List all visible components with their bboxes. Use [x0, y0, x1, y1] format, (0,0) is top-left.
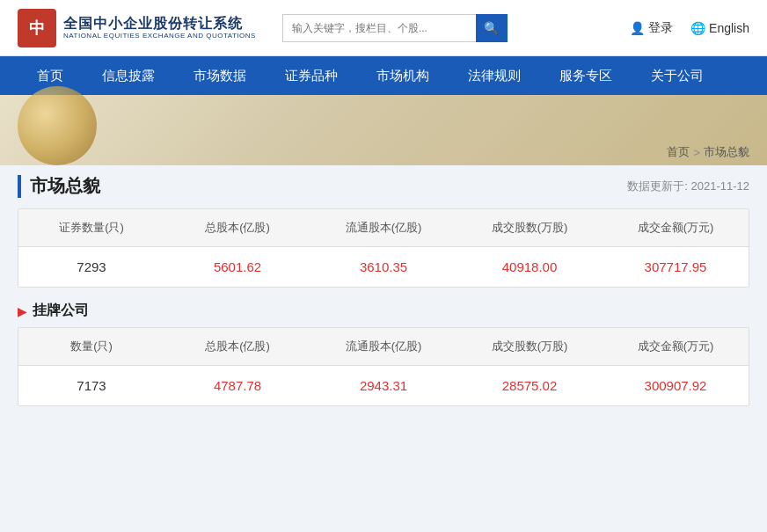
title-bar-decoration	[18, 175, 21, 198]
breadcrumb-current: 市场总貌	[704, 144, 749, 160]
page-title-row: 市场总貌 数据更新于: 2021-11-12	[18, 174, 749, 198]
language-label: English	[709, 21, 749, 35]
nav-item-about[interactable]: 关于公司	[632, 56, 723, 95]
banner: 首页 > 市场总貌	[0, 95, 767, 165]
globe-icon: 🌐	[690, 21, 705, 35]
user-icon: 👤	[630, 21, 645, 35]
col-header-3: 成交股数(万股)	[457, 209, 603, 246]
login-label: 登录	[648, 20, 673, 36]
col-header-1: 总股本(亿股)	[164, 209, 310, 246]
summary-cell-4: 307717.95	[603, 247, 749, 287]
col-header-4: 成交金额(万元)	[603, 209, 749, 246]
breadcrumb-home[interactable]: 首页	[667, 144, 690, 160]
listed-cell-3: 28575.02	[457, 366, 603, 405]
logo-en-text: NATIONAL EQUITIES EXCHANGE AND QUOTATION…	[63, 32, 256, 40]
nav-item-securities[interactable]: 证券品种	[266, 56, 357, 95]
section-arrow-icon: ▶	[18, 304, 27, 318]
navbar: 首页 信息披露 市场数据 证券品种 市场机构 法律规则 服务专区 关于公司	[0, 56, 767, 95]
listed-cell-2: 2943.31	[310, 366, 457, 405]
summary-table-row: 7293 5601.62 3610.35 40918.00 307717.95	[18, 247, 749, 287]
nav-item-institutions[interactable]: 市场机构	[357, 56, 449, 95]
listed-table-row: 7173 4787.78 2943.31 28575.02 300907.92	[18, 366, 749, 405]
breadcrumb: 首页 > 市场总貌	[649, 139, 767, 165]
listed-cell-0: 7173	[18, 366, 164, 405]
listed-table-header: 数量(只) 总股本(亿股) 流通股本(亿股) 成交股数(万股) 成交金额(万元)	[18, 328, 749, 366]
search-input[interactable]	[282, 14, 476, 42]
login-link[interactable]: 👤 登录	[630, 20, 673, 36]
page-title: 市场总貌	[30, 174, 100, 198]
listed-col-header-2: 流通股本(亿股)	[310, 328, 457, 365]
nav-item-market-data[interactable]: 市场数据	[174, 56, 266, 95]
listed-col-header-3: 成交股数(万股)	[457, 328, 603, 365]
nav-item-services[interactable]: 服务专区	[540, 56, 632, 95]
search-area: 🔍	[282, 14, 529, 42]
summary-table: 证券数量(只) 总股本(亿股) 流通股本(亿股) 成交股数(万股) 成交金额(万…	[18, 208, 749, 288]
listed-cell-1: 4787.78	[164, 366, 310, 405]
col-header-0: 证券数量(只)	[18, 209, 164, 246]
summary-cell-3: 40918.00	[457, 247, 603, 287]
header-right: 👤 登录 🌐 English	[630, 20, 749, 36]
listed-company-table: 数量(只) 总股本(亿股) 流通股本(亿股) 成交股数(万股) 成交金额(万元)…	[18, 327, 749, 406]
listed-col-header-4: 成交金额(万元)	[603, 328, 749, 365]
logo-cn-text: 全国中小企业股份转让系统	[63, 15, 256, 32]
summary-cell-0: 7293	[18, 247, 164, 287]
logo: 中 全国中小企业股份转让系统 NATIONAL EQUITIES EXCHANG…	[18, 9, 256, 47]
summary-cell-2: 3610.35	[310, 247, 457, 287]
listed-company-section-header: ▶ 挂牌公司	[18, 302, 749, 320]
listed-cell-4: 300907.92	[603, 366, 749, 405]
listed-company-title: 挂牌公司	[33, 302, 89, 320]
data-update-label: 数据更新于: 2021-11-12	[627, 179, 749, 194]
banner-decoration	[18, 86, 97, 165]
header: 中 全国中小企业股份转让系统 NATIONAL EQUITIES EXCHANG…	[0, 0, 767, 56]
summary-cell-1: 5601.62	[164, 247, 310, 287]
svg-text:中: 中	[29, 19, 45, 37]
listed-col-header-0: 数量(只)	[18, 328, 164, 365]
main-content: 市场总貌 数据更新于: 2021-11-12 证券数量(只) 总股本(亿股) 流…	[0, 165, 767, 424]
breadcrumb-separator: >	[693, 146, 700, 159]
search-button[interactable]: 🔍	[476, 14, 508, 42]
summary-table-header: 证券数量(只) 总股本(亿股) 流通股本(亿股) 成交股数(万股) 成交金额(万…	[18, 209, 749, 247]
nav-item-disclosure[interactable]: 信息披露	[83, 56, 174, 95]
search-icon: 🔍	[484, 21, 499, 35]
listed-col-header-1: 总股本(亿股)	[164, 328, 310, 365]
col-header-2: 流通股本(亿股)	[310, 209, 457, 246]
language-link[interactable]: 🌐 English	[690, 21, 749, 35]
logo-icon: 中	[18, 9, 56, 47]
nav-item-legal[interactable]: 法律规则	[449, 56, 540, 95]
